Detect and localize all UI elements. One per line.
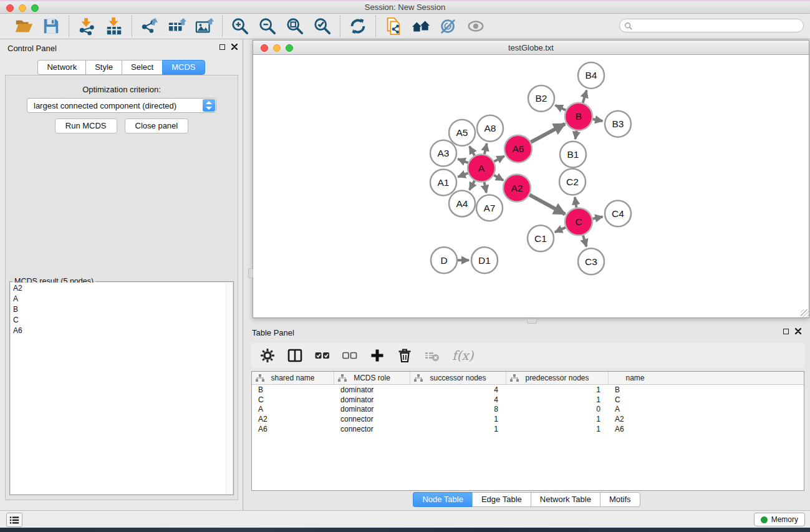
import-table-button[interactable] <box>104 16 124 36</box>
tab-select[interactable]: Select <box>122 60 162 75</box>
export-image-button[interactable] <box>195 16 215 36</box>
table-cell[interactable]: 1 <box>506 415 609 423</box>
table-cell[interactable]: 1 <box>410 415 506 423</box>
edge-B-B2[interactable] <box>556 105 566 110</box>
search-input[interactable] <box>636 20 798 31</box>
deselect-all-checkboxes-button[interactable] <box>342 348 357 363</box>
edge-B-B1[interactable] <box>576 131 577 139</box>
memory-button[interactable]: Memory <box>754 513 805 526</box>
save-session-button[interactable] <box>41 16 61 36</box>
table-cell[interactable]: 1 <box>506 385 609 394</box>
edge-B-B4[interactable] <box>583 90 587 103</box>
mcds-result-item[interactable]: A2 <box>11 283 233 293</box>
table-cell[interactable]: 1 <box>506 425 609 433</box>
add-column-button[interactable] <box>370 348 385 363</box>
open-session-button[interactable] <box>14 16 34 36</box>
table-cell[interactable]: A2 <box>609 415 662 423</box>
close-panel-button[interactable]: Close panel <box>125 118 189 133</box>
table-cell[interactable]: 4 <box>410 395 506 404</box>
tab-edge-table[interactable]: Edge Table <box>472 492 531 507</box>
zoom-selected-button[interactable] <box>312 16 332 36</box>
edge-B-B3[interactable] <box>593 119 603 121</box>
table-row[interactable]: A2connector11A2 <box>252 414 804 424</box>
edge-A-A2[interactable] <box>494 175 503 180</box>
table-cell[interactable]: A6 <box>609 425 662 433</box>
table-cell[interactable]: B <box>252 385 334 394</box>
edge-C-C3[interactable] <box>583 235 587 246</box>
table-cell[interactable]: dominator <box>334 385 410 394</box>
edge-A2-C[interactable] <box>529 195 565 214</box>
edge-A-A4[interactable] <box>470 181 475 190</box>
export-table-button[interactable] <box>167 16 187 36</box>
table-cell[interactable]: B <box>609 385 662 394</box>
table-cell[interactable]: 0 <box>506 405 609 414</box>
hide-details-button[interactable] <box>438 16 458 36</box>
edge-A-A3[interactable] <box>458 159 468 163</box>
table-cell[interactable]: 1 <box>506 395 609 404</box>
mcds-result-item[interactable]: B <box>11 304 233 314</box>
vertical-scroll-thumb[interactable] <box>248 268 253 278</box>
tab-network[interactable]: Network <box>37 60 85 75</box>
table-row[interactable]: Cdominator41C <box>252 395 804 405</box>
window-resize-handle[interactable] <box>801 309 809 317</box>
task-history-button[interactable] <box>6 513 22 527</box>
table-cell[interactable]: A6 <box>252 425 334 433</box>
table-cell[interactable]: A <box>609 405 662 414</box>
select-all-checkboxes-button[interactable] <box>315 348 330 363</box>
network-window-titlebar[interactable]: testGlobe.txt <box>253 41 809 55</box>
column-header-name[interactable]: name <box>609 372 662 384</box>
edge-C-C4[interactable] <box>593 216 603 218</box>
table-row[interactable]: Bdominator41B <box>252 385 804 395</box>
table-cell[interactable]: dominator <box>334 405 410 414</box>
edge-A-A1[interactable] <box>458 173 468 177</box>
edge-C-C2[interactable] <box>575 197 577 208</box>
table-cell[interactable]: 1 <box>410 425 506 433</box>
table-cell[interactable]: connector <box>334 415 410 423</box>
edge-A6-B[interactable] <box>531 124 565 142</box>
gear-button[interactable] <box>260 348 275 363</box>
table-row[interactable]: A6connector11A6 <box>252 424 804 434</box>
zoom-fit-button[interactable] <box>285 16 305 36</box>
zoom-in-button[interactable] <box>230 16 250 36</box>
tab-motifs[interactable]: Motifs <box>600 492 640 507</box>
tab-node-table[interactable]: Node Table <box>413 492 472 507</box>
edge-C-C1[interactable] <box>555 228 566 233</box>
close-table-panel-icon[interactable] <box>795 328 801 334</box>
refresh-button[interactable] <box>348 16 368 36</box>
zoom-out-button[interactable] <box>258 16 277 36</box>
columns-button[interactable] <box>287 348 302 363</box>
run-mcds-button[interactable]: Run MCDS <box>55 118 117 133</box>
table-row[interactable]: Adominator80A <box>252 405 804 415</box>
table-cell[interactable]: dominator <box>334 395 410 404</box>
mcds-result-item[interactable]: A <box>11 293 233 304</box>
delete-row-button[interactable] <box>397 348 412 363</box>
edge-A-A5[interactable] <box>470 147 475 156</box>
mcds-result-item[interactable]: A6 <box>11 325 233 336</box>
criterion-select[interactable]: largest connected component (directed) <box>27 98 216 113</box>
show-graphics-button[interactable] <box>466 16 486 36</box>
float-panel-icon[interactable] <box>219 44 225 50</box>
export-network-button[interactable] <box>140 16 160 36</box>
import-network-button[interactable] <box>77 16 97 36</box>
network-canvas[interactable]: AA1A2A3A4A5A6A7A8BB1B2B3B4CC1C2C3C4DD1 <box>253 55 809 317</box>
column-header-predecessor-nodes[interactable]: predecessor nodes <box>506 372 609 384</box>
table-cell[interactable]: 8 <box>410 405 506 414</box>
column-header-shared-name[interactable]: shared name <box>252 372 334 384</box>
mcds-result-item[interactable]: C <box>11 314 233 325</box>
table-cell[interactable]: connector <box>334 425 410 433</box>
edge-A-A6[interactable] <box>494 156 504 162</box>
copy-network-button[interactable] <box>383 16 403 36</box>
tab-mcds[interactable]: MCDS <box>162 60 205 75</box>
float-table-panel-icon[interactable] <box>783 329 789 334</box>
tab-style[interactable]: Style <box>85 60 122 75</box>
table-cell[interactable]: 4 <box>410 385 506 394</box>
close-panel-icon[interactable] <box>231 44 238 50</box>
result-scrollbar[interactable] <box>226 283 233 494</box>
column-header-successor-nodes[interactable]: successor nodes <box>410 372 506 384</box>
table-cell[interactable]: C <box>252 395 334 404</box>
table-cell[interactable]: A <box>252 405 334 414</box>
home-button[interactable] <box>411 16 431 36</box>
table-cell[interactable]: A2 <box>252 415 334 423</box>
table-cell[interactable]: C <box>609 395 662 404</box>
edge-A-A8[interactable] <box>485 143 487 154</box>
